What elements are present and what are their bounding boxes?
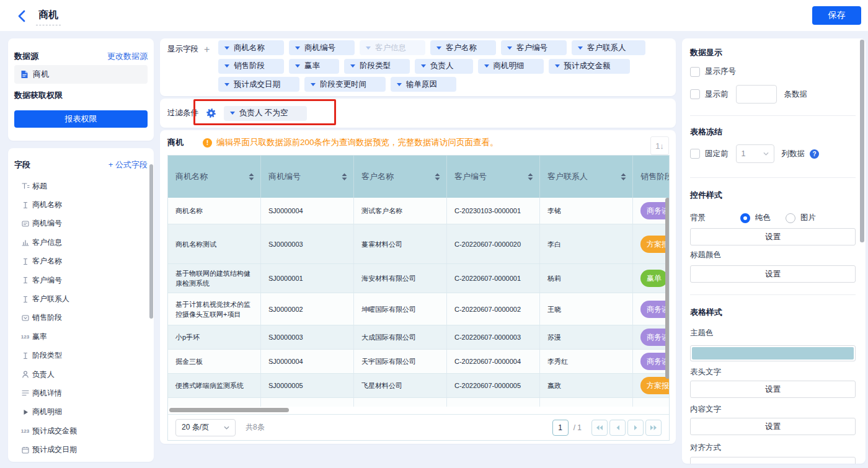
field-list: 标题商机名称商机编号客户信息客户名称客户编号客户联系人销售阶段123赢率阶段类型… xyxy=(14,177,148,459)
display-field-tag-label: 预计成交日期 xyxy=(234,79,280,90)
table-row[interactable] xyxy=(168,398,669,407)
table-column-header[interactable]: 商机名称 xyxy=(168,156,261,198)
table-column-header[interactable]: 客户联系人 xyxy=(540,156,633,198)
field-item[interactable]: 预计成交日期 xyxy=(14,440,148,459)
table-cell-stage: 商务谈判 xyxy=(633,325,669,349)
datasource-item[interactable]: 商机 xyxy=(14,65,148,84)
title-color-setting-button[interactable]: 设置 xyxy=(690,265,856,283)
field-item[interactable]: 商机编号 xyxy=(14,214,148,233)
rows-count-input[interactable] xyxy=(736,85,777,104)
fix-columns-checkbox[interactable] xyxy=(690,149,700,159)
display-field-tag[interactable]: 负责人 xyxy=(415,59,473,74)
align-setting-button[interactable] xyxy=(690,457,856,464)
table-cell: 基于计算机视觉技术的监控摄像头互联网+项目 xyxy=(168,293,261,325)
table-row[interactable]: 便携式哮喘病监测系统SJ0000005飞星材料公司C-20220607-0000… xyxy=(168,374,669,398)
display-field-tag[interactable]: 商机明细 xyxy=(478,59,544,74)
display-field-tag[interactable]: 阶段变更时间 xyxy=(304,77,386,92)
table-row[interactable]: 基于计算机视觉技术的监控摄像头互联网+项目SJ0000002坤曜国际有限公司C-… xyxy=(168,293,669,325)
sort-carets-icon[interactable] xyxy=(342,173,347,181)
table-column-header[interactable]: 客户编号 xyxy=(447,156,540,198)
content-text-label: 内容文字 xyxy=(690,404,856,415)
display-field-tag[interactable]: 客户编号 xyxy=(501,40,567,55)
add-display-field-icon[interactable]: + xyxy=(204,45,210,55)
field-item[interactable]: 客户编号 xyxy=(14,271,148,289)
page-size-select[interactable]: 20 条/页 xyxy=(175,419,236,436)
top-bar: 商机 保存 xyxy=(0,0,868,31)
display-field-tag[interactable]: 预计成交金额 xyxy=(549,59,630,74)
field-item[interactable]: 123预计成交金额 xyxy=(14,422,148,440)
freeze-count-select[interactable]: 1 xyxy=(736,144,774,163)
back-icon[interactable] xyxy=(17,10,27,22)
sort-carets-icon[interactable] xyxy=(249,173,254,181)
display-field-tag[interactable]: 预计成交日期 xyxy=(218,77,299,92)
display-field-tag[interactable]: 输单原因 xyxy=(391,77,456,92)
sort-carets-icon[interactable] xyxy=(528,173,533,181)
table-row[interactable]: 商机名称测试SJ0000003蔓霍材料公司C-20220607-0000020李… xyxy=(168,224,669,264)
display-field-tag[interactable]: 客户联系人 xyxy=(572,40,645,55)
display-field-tag[interactable]: 客户信息 xyxy=(360,40,425,55)
table-cell-stage: 商务谈判 xyxy=(633,198,669,224)
text-icon xyxy=(20,351,30,360)
background-setting-button[interactable]: 设置 xyxy=(690,228,856,245)
field-item[interactable]: 客户名称 xyxy=(14,252,148,271)
field-item[interactable]: 负责人 xyxy=(14,365,148,384)
table-row[interactable]: 商机名称SJ0000004测试客户名称C-20230103-0000001李铭商… xyxy=(168,198,669,224)
content-text-setting-button[interactable]: 设置 xyxy=(690,418,856,435)
change-datasource-link[interactable]: 更改数据源 xyxy=(107,51,148,62)
sort-carets-icon[interactable] xyxy=(435,173,440,181)
table-column-header[interactable]: 商机编号 xyxy=(261,156,354,198)
table-column-header[interactable]: 销售阶段 xyxy=(633,156,669,198)
fields-scrollbar[interactable] xyxy=(149,164,153,319)
image-radio[interactable] xyxy=(786,213,795,223)
help-icon[interactable]: ? xyxy=(810,149,819,159)
settings-scrollbar[interactable] xyxy=(860,40,864,242)
field-item[interactable]: 客户联系人 xyxy=(14,289,148,308)
field-item[interactable]: 客户信息 xyxy=(14,233,148,252)
table-column-header[interactable]: 客户名称 xyxy=(354,156,447,198)
display-field-tag[interactable]: 商机编号 xyxy=(289,40,355,55)
field-item-label: 赢率 xyxy=(32,332,47,342)
page-title[interactable]: 商机 xyxy=(38,9,58,22)
display-field-tag[interactable]: 商机名称 xyxy=(218,40,284,55)
next-page-button[interactable] xyxy=(627,420,644,436)
sort-carets-icon[interactable] xyxy=(621,173,626,181)
save-button[interactable]: 保存 xyxy=(812,6,861,25)
table-freeze-title: 表格冻结 xyxy=(690,126,856,138)
formula-field-link[interactable]: + 公式字段 xyxy=(108,159,148,170)
theme-color-swatch[interactable] xyxy=(690,345,856,361)
field-item[interactable]: 阶段类型 xyxy=(14,347,148,365)
table-row[interactable]: 掘金三板SJ0000004天宇国际有限公司C-20220607-0000004李… xyxy=(168,350,669,374)
report-permission-button[interactable]: 报表权限 xyxy=(14,110,148,128)
field-item[interactable]: 销售阶段 xyxy=(14,309,148,327)
table-cell: 蔓霍材料公司 xyxy=(354,224,447,263)
field-item[interactable]: 商机详情 xyxy=(14,384,148,402)
field-item-label: 客户信息 xyxy=(32,237,62,248)
field-item[interactable]: 123赢率 xyxy=(14,327,148,346)
gear-icon[interactable] xyxy=(206,108,216,118)
last-page-button[interactable] xyxy=(645,420,662,436)
show-first-checkbox[interactable] xyxy=(690,89,700,99)
field-item[interactable]: 商机明细 xyxy=(14,403,148,422)
field-item[interactable]: 标题 xyxy=(14,177,148,195)
table-vertical-scrollbar[interactable] xyxy=(665,198,669,379)
field-item[interactable]: 商机名称 xyxy=(14,195,148,214)
table-row[interactable]: 小p手环SJ0000003大成国际有限公司C-20220607-0000003苏… xyxy=(168,325,669,350)
display-field-tag[interactable]: 赢率 xyxy=(289,59,339,74)
solid-color-radio[interactable] xyxy=(740,213,750,223)
table-horizontal-scrollbar[interactable] xyxy=(168,407,669,414)
table-cell: 商机名称 xyxy=(168,198,261,224)
filter-condition-tag[interactable]: 负责人 不为空 xyxy=(224,106,307,121)
header-text-setting-button[interactable]: 设置 xyxy=(690,381,856,398)
table-row[interactable]: 基于物联网的建筑结构健康检测系统SJ0000001海安材料有限公司C-20220… xyxy=(168,264,669,293)
show-index-checkbox[interactable] xyxy=(690,67,700,77)
horizontal-scroll-thumb[interactable] xyxy=(169,408,289,412)
sort-order-button[interactable]: 1↓ xyxy=(650,136,669,155)
display-field-tag[interactable]: 阶段类型 xyxy=(344,59,410,74)
display-field-tag[interactable]: 客户名称 xyxy=(430,40,496,55)
prev-page-button[interactable] xyxy=(609,420,626,436)
fields-card: 字段 + 公式字段 标题商机名称商机编号客户信息客户名称客户编号客户联系人销售阶… xyxy=(8,148,154,462)
page-number-input[interactable]: 1 xyxy=(552,420,569,436)
display-field-tag[interactable]: 销售阶段 xyxy=(218,59,284,74)
title-icon xyxy=(20,182,30,191)
first-page-button[interactable] xyxy=(591,420,608,436)
